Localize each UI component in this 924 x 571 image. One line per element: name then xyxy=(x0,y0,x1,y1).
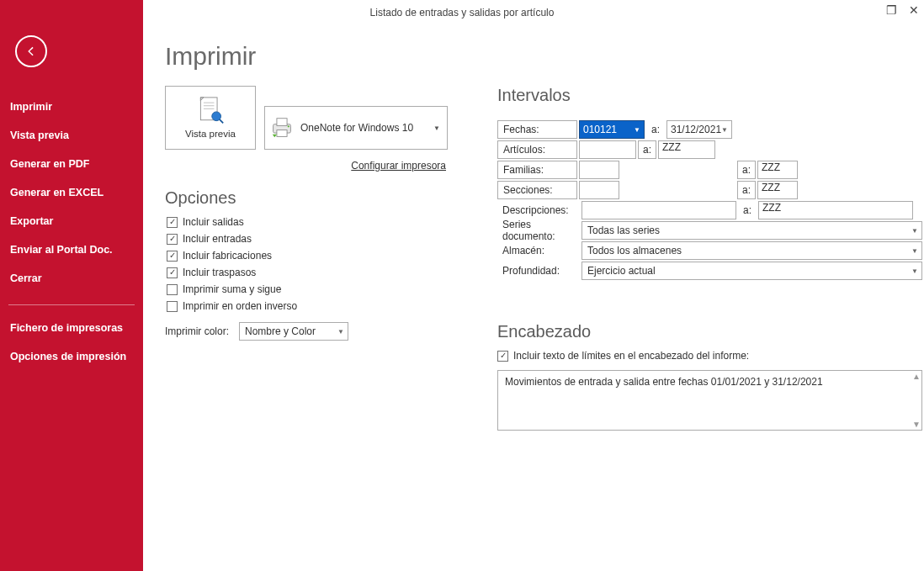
sidebar-divider xyxy=(8,304,135,305)
label-orden-inverso: Imprimir en orden inverso xyxy=(183,300,297,312)
sidebar-item-exportar[interactable]: Exportar xyxy=(0,207,143,235)
chevron-down-icon: ▼ xyxy=(911,227,918,235)
svg-rect-7 xyxy=(277,119,287,126)
secciones-to-input[interactable]: ZZZ xyxy=(757,181,798,199)
chevron-down-icon: ▼ xyxy=(911,247,918,255)
secciones-label: Secciones: xyxy=(497,181,577,199)
to-label: a: xyxy=(646,124,665,135)
encabezado-heading: Encabezado xyxy=(497,322,922,341)
sidebar-item-generar-pdf[interactable]: Generar en PDF xyxy=(0,150,143,178)
checkbox-incluir-salidas[interactable] xyxy=(167,217,178,228)
profundidad-select[interactable]: Ejercicio actual ▼ xyxy=(581,262,922,280)
imprimir-color-select[interactable]: Nombre y Color ▼ xyxy=(239,322,348,341)
chevron-down-icon: ▼ xyxy=(634,126,640,134)
chevron-down-icon: ▼ xyxy=(337,328,344,336)
opciones-heading: Opciones xyxy=(165,188,455,208)
almacen-select[interactable]: Todos los almacenes ▼ xyxy=(581,241,922,260)
fechas-from-input[interactable]: 010121 ▼ xyxy=(579,120,645,139)
checkbox-incluir-fabricaciones[interactable] xyxy=(167,251,178,262)
profundidad-label: Profundidad: xyxy=(497,262,580,280)
imprimir-color-value: Nombre y Color xyxy=(245,325,316,337)
profundidad-value: Ejercicio actual xyxy=(587,265,656,277)
label-incluir-entradas: Incluir entradas xyxy=(183,233,252,245)
sidebar-item-generar-excel[interactable]: Generar en EXCEL xyxy=(0,178,143,207)
familias-label: Familias: xyxy=(497,161,577,179)
window-title: Listado de entradas y salidas por artícu… xyxy=(370,7,555,19)
intervalos-heading: Intervalos xyxy=(497,86,922,105)
configure-printer-link[interactable]: Configurar impresora xyxy=(264,160,448,172)
printer-selector[interactable]: OneNote for Windows 10 ▼ xyxy=(264,106,448,150)
fechas-to-value: 31/12/2021 xyxy=(671,124,721,135)
sidebar-item-vista-previa[interactable]: Vista previa xyxy=(0,121,143,150)
checkbox-incluir-limites[interactable] xyxy=(497,351,508,362)
almacen-label: Almacén: xyxy=(497,241,580,260)
series-value: Todas las series xyxy=(587,225,660,236)
content-pane: Imprimir Vista previa xyxy=(143,25,924,571)
scroll-down-icon[interactable]: ▼ xyxy=(912,420,921,429)
label-incluir-salidas: Incluir salidas xyxy=(183,216,244,228)
articulos-to-input[interactable]: ZZZ xyxy=(658,140,715,159)
descripciones-to-input[interactable]: ZZZ xyxy=(758,201,913,219)
series-label: Series documento: xyxy=(497,221,580,240)
svg-line-5 xyxy=(220,119,223,123)
descripciones-label: Descripciones: xyxy=(497,201,580,219)
sidebar-item-imprimir[interactable]: Imprimir xyxy=(0,93,143,121)
page-title: Imprimir xyxy=(165,42,899,71)
checkbox-incluir-entradas[interactable] xyxy=(167,234,178,245)
encabezado-textarea[interactable]: Movimientos de entrada y salida entre fe… xyxy=(497,370,922,431)
svg-rect-8 xyxy=(277,130,287,137)
to-label: a: xyxy=(737,181,756,199)
to-label: a: xyxy=(737,161,756,179)
familias-from-input[interactable] xyxy=(579,161,619,179)
back-button[interactable] xyxy=(15,35,47,67)
sidebar-item-opciones-impresion[interactable]: Opciones de impresión xyxy=(0,342,143,371)
almacen-value: Todos los almacenes xyxy=(587,245,682,256)
secciones-from-input[interactable] xyxy=(579,181,619,199)
sidebar-item-cerrar[interactable]: Cerrar xyxy=(0,264,143,293)
articulos-from-input[interactable] xyxy=(579,140,636,159)
printer-name: OneNote for Windows 10 xyxy=(300,122,413,134)
fechas-label: Fechas: xyxy=(497,120,577,139)
checkbox-suma-sigue[interactable] xyxy=(167,284,178,295)
document-preview-icon xyxy=(195,97,226,125)
fechas-from-value: 010121 xyxy=(583,124,617,135)
printer-icon xyxy=(270,117,294,139)
label-suma-sigue: Imprimir suma y sigue xyxy=(183,283,281,295)
chevron-down-icon: ▼ xyxy=(721,126,728,134)
arrow-left-icon xyxy=(24,44,39,59)
sidebar: Imprimir Vista previa Generar en PDF Gen… xyxy=(0,0,143,571)
label-incluir-limites: Incluir texto de límites en el encabezad… xyxy=(513,350,749,362)
sidebar-item-fichero-impresoras[interactable]: Fichero de impresoras xyxy=(0,314,143,342)
label-incluir-fabricaciones: Incluir fabricaciones xyxy=(183,250,272,262)
sidebar-item-enviar-portal[interactable]: Enviar al Portal Doc. xyxy=(0,235,143,264)
to-label: a: xyxy=(638,140,656,159)
fechas-to-input[interactable]: 31/12/2021 ▼ xyxy=(666,120,732,139)
svg-point-9 xyxy=(288,125,289,127)
vista-previa-label: Vista previa xyxy=(185,129,236,139)
descripciones-from-input[interactable] xyxy=(581,201,736,219)
label-incluir-traspasos: Incluir traspasos xyxy=(183,267,256,278)
imprimir-color-label: Imprimir color: xyxy=(165,325,232,337)
series-select[interactable]: Todas las series ▼ xyxy=(581,221,922,240)
scroll-up-icon[interactable]: ▲ xyxy=(912,372,921,381)
window-close-icon[interactable]: ✕ xyxy=(909,3,919,17)
familias-to-input[interactable]: ZZZ xyxy=(757,161,798,179)
chevron-down-icon: ▼ xyxy=(433,124,440,132)
checkbox-incluir-traspasos[interactable] xyxy=(167,267,178,278)
articulos-label: Artículos: xyxy=(497,140,577,159)
chevron-down-icon: ▼ xyxy=(911,267,918,275)
checkbox-orden-inverso[interactable] xyxy=(167,301,178,312)
window-maximize-icon[interactable]: ❐ xyxy=(886,3,897,17)
to-label: a: xyxy=(738,204,757,216)
vista-previa-button[interactable]: Vista previa xyxy=(165,86,256,150)
